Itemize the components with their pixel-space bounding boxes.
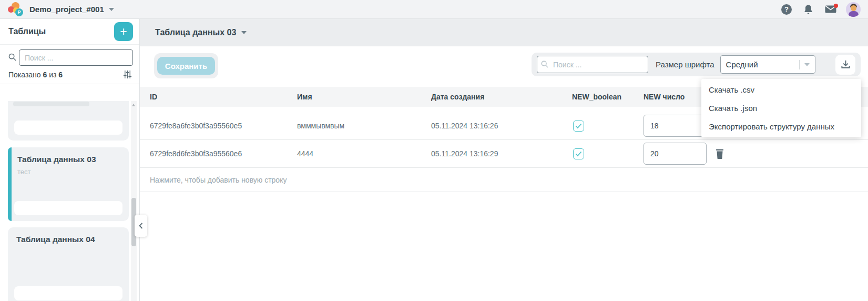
unread-badge	[834, 4, 838, 8]
search-icon	[541, 61, 548, 68]
topbar: P Demo_project_#001 ?	[0, 0, 868, 19]
sidebar-header: Таблицы +	[0, 19, 139, 45]
cell-created: 05.11.2024 13:16:29	[431, 149, 572, 158]
column-header-id: ID	[140, 93, 297, 101]
faded-card-text	[13, 102, 89, 106]
avatar[interactable]	[846, 2, 861, 17]
table-card-title: Таблица данных 03	[17, 155, 121, 164]
sidebar-collapse-button[interactable]	[135, 215, 147, 237]
table-toolbar: Размер шрифта Средний	[532, 53, 861, 76]
table-search	[537, 56, 648, 73]
project-name: Demo_project_#001	[29, 5, 104, 14]
project-chevron-down-icon[interactable]	[109, 8, 114, 11]
messages-button[interactable]	[825, 5, 836, 13]
add-row-button[interactable]: Нажмите, чтобы добавить новую строку	[140, 168, 868, 192]
sidebar-search-input[interactable]	[19, 49, 133, 66]
main-header: Таблица данных 03	[140, 19, 868, 46]
sidebar-title: Таблицы	[8, 27, 46, 36]
bell-icon	[803, 4, 813, 15]
font-size-label: Размер шрифта	[656, 60, 714, 69]
main-panel: Таблица данных 03 Сохранить Размер шрифт…	[140, 19, 868, 301]
chevron-left-icon	[139, 223, 143, 229]
font-size-value: Средний	[726, 60, 758, 69]
plus-icon: +	[120, 25, 127, 38]
cell-id: 6729fe8a6fe3b0f3a95560e5	[140, 122, 297, 130]
number-input[interactable]	[644, 115, 707, 137]
download-icon	[841, 59, 851, 69]
chevron-down-icon	[804, 63, 810, 66]
check-icon	[575, 123, 582, 129]
cell-created: 05.11.2024 13:16:26	[431, 122, 572, 130]
table-card-title: Таблица данных 04	[16, 235, 121, 244]
table-card-subtitle: тест	[17, 168, 121, 176]
table-title-chevron-down-icon[interactable]	[241, 31, 247, 34]
app-window: P Demo_project_#001 ? Таблицы	[0, 0, 868, 301]
save-button-container: Сохранить	[154, 53, 218, 78]
save-button[interactable]: Сохранить	[157, 57, 215, 75]
filter-sliders-icon[interactable]	[123, 70, 132, 79]
sidebar-search	[0, 45, 139, 66]
column-header-boolean: NEW_boolean	[572, 93, 644, 101]
add-table-button[interactable]: +	[114, 22, 133, 41]
help-button[interactable]: ?	[781, 4, 792, 15]
table-search-input[interactable]	[537, 56, 648, 73]
font-size-select[interactable]: Средний	[720, 55, 815, 74]
menu-item-download-json[interactable]: Скачать .json	[701, 99, 861, 117]
delete-row-button[interactable]	[716, 149, 724, 159]
table-card-partial-top[interactable]	[8, 101, 129, 141]
table-card[interactable]: Таблица данных 04	[8, 227, 129, 301]
column-header-name: Имя	[297, 93, 431, 101]
check-icon	[575, 151, 582, 157]
menu-item-download-csv[interactable]: Скачать .csv	[701, 81, 861, 99]
column-header-created: Дата создания	[431, 93, 572, 101]
cell-name: 4444	[297, 149, 431, 158]
boolean-checkbox[interactable]	[573, 121, 584, 132]
download-button[interactable]	[835, 55, 855, 75]
sidebar-scrollbar[interactable]	[131, 101, 137, 301]
page-title: Таблица данных 03	[155, 28, 236, 37]
table-card-selected[interactable]: Таблица данных 03 тест	[8, 147, 129, 221]
table-card-list: Таблица данных 03 тест Таблица данных 04	[0, 101, 139, 301]
cell-name: вмммывмвым	[297, 122, 431, 130]
help-icon: ?	[781, 4, 792, 15]
sidebar-tables: Таблицы + Показано 6 из 6	[0, 19, 140, 301]
notifications-button[interactable]	[803, 4, 813, 15]
menu-item-export-structure[interactable]: Экспортировать структуру данных	[701, 117, 861, 136]
trash-icon	[716, 149, 724, 159]
shown-counter: Показано 6 из 6	[0, 66, 139, 84]
export-dropdown-menu: Скачать .csv Скачать .json Экспортироват…	[701, 79, 861, 137]
table-row: 6729fe8d6fe3b0f3a95560e6 4444 05.11.2024…	[140, 140, 868, 168]
scroll-up-arrow-icon[interactable]	[132, 104, 135, 106]
number-input[interactable]	[644, 143, 707, 165]
cell-id: 6729fe8d6fe3b0f3a95560e6	[140, 149, 297, 158]
boolean-checkbox[interactable]	[573, 148, 584, 159]
app-logo-icon: P	[7, 2, 24, 17]
search-icon	[8, 53, 16, 61]
